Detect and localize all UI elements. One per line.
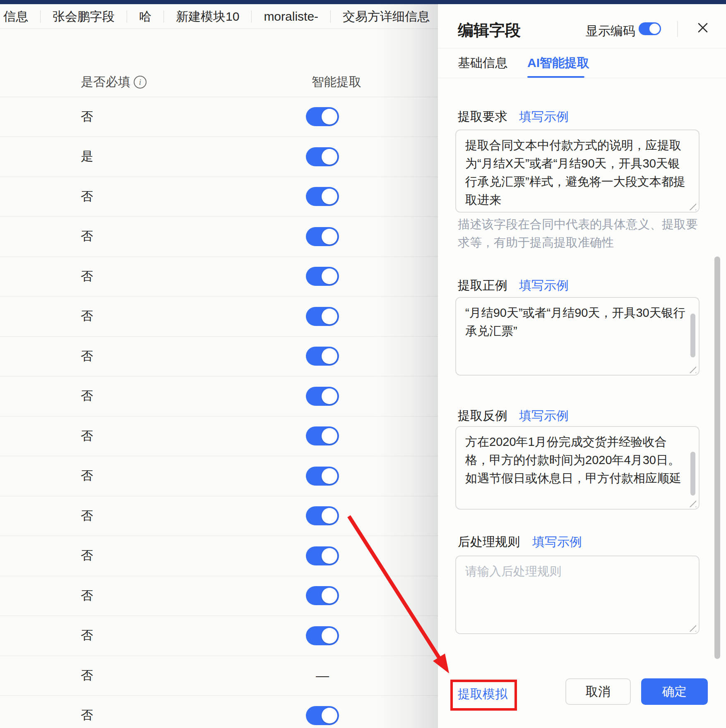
smart-extract-toggle[interactable]	[306, 426, 339, 445]
toggle-knob	[322, 388, 337, 404]
negative-example-textarea[interactable]: 方在2020年1月份完成交货并经验收合格，甲方的付款时间为2020年4月30日。…	[455, 426, 700, 510]
negative-field-wrap: 方在2020年1月份完成交货并经验收合格，甲方的付款时间为2020年4月30日。…	[455, 426, 700, 511]
smart-extract-toggle[interactable]	[306, 347, 339, 366]
table-row: 否	[0, 576, 438, 616]
smart-extract-toggle[interactable]	[306, 227, 339, 246]
required-value: 否	[62, 256, 112, 296]
module-tab-5[interactable]: moraliste-	[252, 10, 330, 24]
smart-extract-toggle[interactable]	[306, 506, 339, 525]
column-header-required-label: 是否必填	[81, 74, 130, 91]
required-value: 否	[62, 616, 112, 656]
tab-ai-extract[interactable]: AI智能提取	[527, 55, 589, 72]
textarea-scrollbar[interactable]	[690, 314, 695, 357]
required-value: 是	[62, 137, 112, 177]
column-header-required: 是否必填 i	[81, 74, 147, 91]
toggle-knob	[322, 149, 337, 165]
smart-extract-toggle[interactable]	[306, 107, 339, 126]
tab-basic-info[interactable]: 基础信息	[458, 55, 507, 72]
table-row: 否	[0, 416, 438, 456]
smart-extract-toggle[interactable]	[306, 147, 339, 166]
confirm-button[interactable]: 确定	[641, 678, 708, 705]
label-positive-example: 提取正例	[458, 277, 507, 294]
required-value: 否	[62, 97, 112, 136]
required-value: 否	[62, 297, 112, 336]
toggle-knob	[322, 628, 337, 644]
toggle-knob	[322, 189, 337, 204]
module-tab-2[interactable]: 张会鹏字段	[41, 8, 127, 25]
drawer-scrollbar[interactable]	[714, 256, 720, 659]
textarea-scrollbar[interactable]	[690, 452, 695, 496]
link-fill-example-positive[interactable]: 填写示例	[519, 277, 569, 294]
info-icon[interactable]: i	[134, 76, 147, 89]
required-value: 否	[62, 696, 112, 728]
active-tab-underline	[527, 76, 584, 78]
smart-extract-toggle[interactable]	[306, 187, 339, 206]
smart-extract-toggle[interactable]	[306, 546, 339, 565]
table-row: 否	[0, 177, 438, 217]
smart-extract-toggle[interactable]	[306, 267, 339, 286]
required-value: 否	[62, 576, 112, 615]
module-tab-4[interactable]: 新建模块10	[164, 8, 251, 25]
show-code-toggle[interactable]	[639, 22, 661, 35]
show-code-label: 显示编码	[586, 23, 635, 40]
smart-extract-empty-dash: —	[306, 656, 339, 695]
table-row: 否	[0, 217, 438, 257]
toggle-knob	[322, 588, 337, 603]
extract-requirement-textarea[interactable]: 提取合同文本中付款方式的说明，应提取为“月结X天”或者“月结90天，开具30天银…	[455, 129, 700, 213]
toggle-knob	[649, 24, 660, 34]
label-negative-example: 提取反例	[458, 407, 507, 424]
table-row: 否	[0, 536, 438, 576]
link-fill-example-negative[interactable]: 填写示例	[519, 407, 569, 424]
required-value: 否	[62, 217, 112, 256]
required-value: 否	[62, 376, 112, 416]
toggle-knob	[322, 708, 337, 723]
smart-extract-toggle[interactable]	[306, 586, 339, 605]
smart-extract-toggle[interactable]	[306, 307, 339, 326]
label-extract-requirement: 提取要求	[458, 108, 507, 125]
requirement-help-text: 描述该字段在合同中代表的具体意义、提取要求等，有助于提高提取准确性	[458, 215, 700, 251]
table-row: 否	[0, 256, 438, 297]
table-row: 否	[0, 456, 438, 496]
drawer-title: 编辑字段	[458, 20, 521, 41]
positive-example-textarea[interactable]: “月结90天”或者“月结90天，开具30天银行承兑汇票”	[455, 297, 700, 376]
toggle-knob	[322, 309, 337, 324]
drawer-tab-bar: 基础信息 AI智能提取	[438, 48, 726, 78]
smart-extract-toggle[interactable]	[306, 387, 339, 406]
toggle-knob	[322, 109, 337, 125]
toggle-knob	[322, 468, 337, 484]
drawer-shadow	[376, 4, 438, 728]
module-tab-3[interactable]: 哈	[127, 8, 163, 25]
positive-field-wrap: “月结90天”或者“月结90天，开具30天银行承兑汇票”	[455, 297, 700, 377]
requirement-field-wrap: 提取合同文本中付款方式的说明，应提取为“月结X天”或者“月结90天，开具30天银…	[455, 129, 700, 214]
app-root: 信息张会鹏字段哈新建模块10moraliste-交易方详细信息是否 是否必填 i…	[0, 0, 726, 728]
table-row: 否	[0, 336, 438, 376]
table-row: 否	[0, 496, 438, 536]
required-value: 否	[62, 496, 112, 536]
required-value: 否	[62, 456, 112, 496]
link-fill-example-requirement[interactable]: 填写示例	[519, 108, 569, 125]
close-icon[interactable]	[694, 19, 712, 37]
toggle-knob	[322, 268, 337, 284]
smart-extract-toggle[interactable]	[306, 706, 339, 725]
toggle-knob	[322, 508, 337, 524]
toggle-knob	[322, 229, 337, 244]
module-tab-1[interactable]: 信息	[0, 8, 40, 25]
link-fill-example-postprocess[interactable]: 填写示例	[532, 534, 582, 551]
smart-extract-toggle[interactable]	[306, 626, 339, 645]
postprocess-field-wrap	[455, 556, 700, 636]
table-row: 否	[0, 297, 438, 337]
table-row: 是	[0, 137, 438, 177]
column-header-smart-label: 智能提取	[312, 74, 361, 91]
edit-field-drawer: 编辑字段 显示编码 基础信息 AI智能提取 提取要求 填写示例 提取合同文本中付…	[438, 4, 726, 728]
required-value: 否	[62, 177, 112, 216]
toggle-knob	[322, 348, 337, 364]
label-postprocess-rule: 后处理规则	[458, 534, 520, 551]
postprocess-rule-textarea[interactable]	[455, 556, 700, 634]
column-header-smart-extract: 智能提取	[312, 74, 361, 91]
table-row: 否	[0, 616, 438, 656]
module-tab-bar: 信息张会鹏字段哈新建模块10moraliste-交易方详细信息是否	[0, 4, 438, 29]
table-row: 否	[0, 696, 438, 728]
smart-extract-toggle[interactable]	[306, 467, 339, 486]
cancel-button[interactable]: 取消	[565, 678, 631, 705]
toggle-knob	[322, 428, 337, 444]
